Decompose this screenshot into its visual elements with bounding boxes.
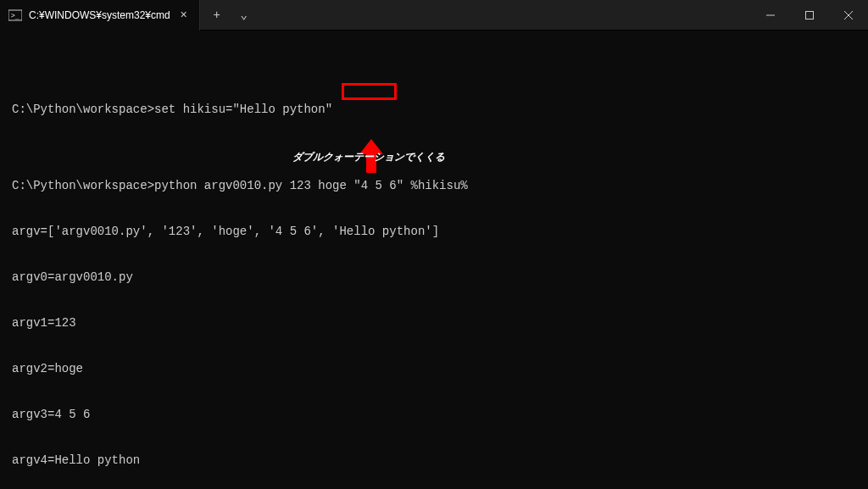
- terminal-output[interactable]: C:\Python\workspace>set hikisu="Hello py…: [0, 31, 868, 489]
- terminal-line: argv1=123: [12, 315, 856, 331]
- new-tab-button[interactable]: +: [209, 8, 225, 22]
- window-controls: [751, 0, 868, 31]
- tab-close-button[interactable]: ×: [177, 8, 191, 22]
- terminal-line: argv4=Hello python: [12, 453, 856, 468]
- minimize-button[interactable]: [751, 0, 790, 31]
- terminal-line: argv2=hoge: [12, 361, 856, 376]
- annotation-highlight-box: [342, 83, 397, 100]
- svg-text:>_: >_: [11, 12, 19, 19]
- terminal-line: argv=['argv0010.py', '123', 'hoge', '4 5…: [12, 224, 856, 239]
- titlebar: >_ C:¥WINDOWS¥system32¥cmd × + ⌄: [0, 0, 868, 31]
- terminal-line: argv0=argv0010.py: [12, 270, 856, 285]
- annotation-text: ダブルクォーテーションでくくる: [292, 149, 445, 164]
- tab-dropdown-button[interactable]: ⌄: [236, 8, 253, 22]
- cmd-icon: >_: [8, 8, 22, 22]
- terminal-line: argv3=4 5 6: [12, 407, 856, 422]
- tab-title: C:¥WINDOWS¥system32¥cmd: [29, 9, 170, 21]
- svg-rect-3: [806, 11, 814, 19]
- terminal-line: C:\Python\workspace>set hikisu="Hello py…: [12, 102, 856, 117]
- maximize-button[interactable]: [790, 0, 829, 31]
- tab-active[interactable]: >_ C:¥WINDOWS¥system32¥cmd ×: [0, 0, 200, 31]
- tab-actions: + ⌄: [200, 8, 261, 22]
- close-button[interactable]: [829, 0, 868, 31]
- terminal-line: C:\Python\workspace>python argv0010.py 1…: [12, 178, 856, 193]
